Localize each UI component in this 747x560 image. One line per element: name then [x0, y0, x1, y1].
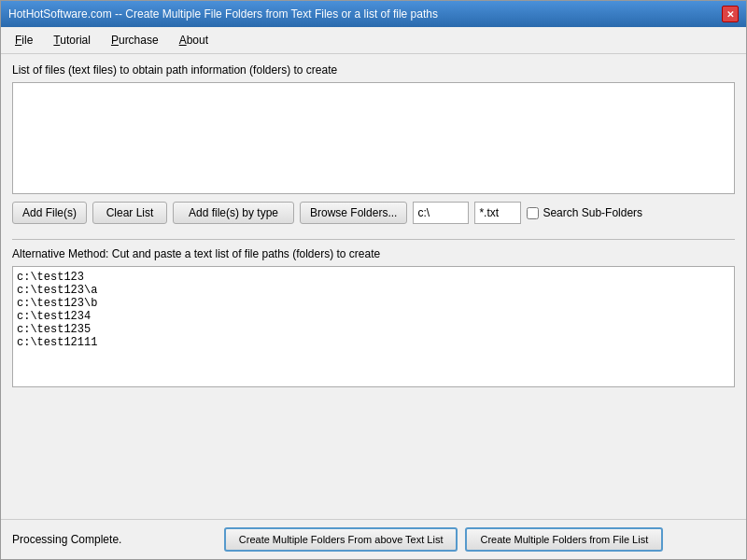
- menu-tutorial[interactable]: Tutorial: [45, 30, 99, 50]
- main-content: List of files (text files) to obtain pat…: [1, 54, 746, 519]
- close-button[interactable]: ✕: [722, 6, 739, 22]
- search-subfolders-checkbox[interactable]: [527, 207, 539, 219]
- status-bar: Processing Complete. Create Multiple Fol…: [1, 519, 746, 559]
- menu-bar: File Tutorial Purchase About: [1, 27, 746, 54]
- title-bar: HotHotSoftware.com -- Create Multiple Fi…: [1, 1, 746, 27]
- file-list-label: List of files (text files) to obtain pat…: [12, 63, 735, 77]
- search-subfolders-text: Search Sub-Folders: [543, 206, 642, 219]
- main-window: HotHotSoftware.com -- Create Multiple Fi…: [0, 0, 747, 560]
- type-input[interactable]: [474, 202, 521, 224]
- add-by-type-button[interactable]: Add file(s) by type: [173, 202, 294, 224]
- toolbar: Add File(s) Clear List Add file(s) by ty…: [12, 202, 735, 224]
- search-subfolders-label[interactable]: Search Sub-Folders: [527, 206, 642, 219]
- browse-folders-button[interactable]: Browse Folders...: [300, 202, 407, 224]
- create-from-file-list-button[interactable]: Create Multiple Folders from File List: [465, 527, 663, 552]
- title-bar-controls: ✕: [722, 6, 739, 22]
- create-from-text-list-button[interactable]: Create Multiple Folders From above Text …: [224, 527, 458, 552]
- status-text: Processing Complete.: [12, 533, 143, 546]
- status-buttons: Create Multiple Folders From above Text …: [152, 527, 735, 552]
- add-files-button[interactable]: Add File(s): [12, 202, 87, 224]
- menu-about[interactable]: About: [171, 30, 217, 50]
- alt-section-label: Alternative Method: Cut and paste a text…: [12, 247, 735, 260]
- text-list-textarea[interactable]: [12, 266, 735, 387]
- path-input[interactable]: [413, 202, 469, 224]
- section-divider: [12, 239, 735, 240]
- title-bar-text: HotHotSoftware.com -- Create Multiple Fi…: [8, 7, 438, 21]
- menu-purchase[interactable]: Purchase: [103, 30, 167, 50]
- menu-file[interactable]: File: [7, 30, 41, 50]
- file-list-textarea[interactable]: [12, 82, 735, 194]
- clear-list-button[interactable]: Clear List: [92, 202, 167, 224]
